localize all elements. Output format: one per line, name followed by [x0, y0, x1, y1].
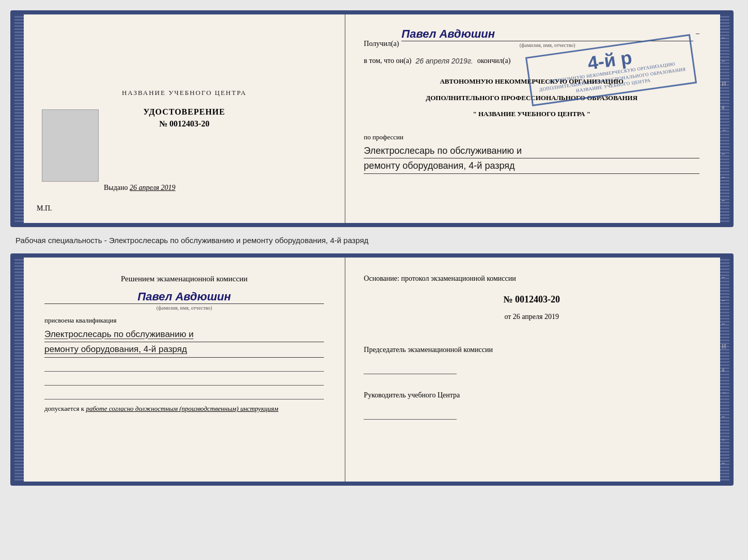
- protocol-date: от 26 апреля 2019: [364, 313, 699, 321]
- blank-line-1: [44, 360, 324, 372]
- spine-char-arrow: ←: [722, 126, 728, 134]
- dash-marks-top: – – И а ← – – –: [722, 34, 728, 204]
- left-spine-top: [14, 14, 24, 223]
- date-prefix: от: [504, 313, 511, 321]
- cert-number: № 0012403-20: [159, 119, 209, 129]
- profession-line2: ремонту оборудования, 4-й разряд: [364, 158, 699, 174]
- mp-label: М.П.: [37, 204, 52, 213]
- protocol-date-value: 26 апреля 2019: [513, 313, 559, 321]
- qual-line1: Электрослесарь по обслуживанию и: [44, 327, 324, 343]
- in-that-label: в том, что он(а): [364, 57, 411, 65]
- page-container: НАЗВАНИЕ УЧЕБНОГО ЦЕНТРА УДОСТОВЕРЕНИЕ №…: [10, 10, 738, 486]
- finished-label: окончил(а): [477, 57, 511, 65]
- allowed-italic: работе согласно должностным (производств…: [86, 405, 278, 412]
- spine-char-a-bottom: а: [722, 366, 728, 374]
- right-spine-top: – – И а ← – – –: [720, 14, 729, 223]
- right-spine-bottom: – – – И а ← – – –: [720, 258, 729, 482]
- top-doc-right: Получил(а) Павел Авдюшин (фамилия, имя, …: [346, 14, 720, 223]
- date-handwritten: 26 апреля 2019г.: [416, 57, 473, 65]
- middle-text: Рабочая специальность - Электрослесарь п…: [10, 233, 738, 247]
- bottom-doc-right: Основание: протокол экзаменационной коми…: [346, 258, 720, 482]
- spine-char-arrow-bottom: ←: [722, 389, 728, 397]
- cert-label: УДОСТОВЕРЕНИЕ: [143, 107, 225, 117]
- recipient-name: Павел Авдюшин: [401, 27, 693, 41]
- qual-assigned-label: присвоена квалификация: [44, 316, 116, 325]
- protocol-number: № 0012403-20: [364, 294, 699, 305]
- allowed-label: допускается к: [44, 405, 84, 412]
- spine-char-a: а: [722, 103, 728, 111]
- director-signature-line: [364, 408, 457, 420]
- top-doc-left: НАЗВАНИЕ УЧЕБНОГО ЦЕНТРА УДОСТОВЕРЕНИЕ №…: [24, 14, 346, 223]
- director-label: Руководитель учебного Центра: [364, 390, 699, 401]
- fio-label-bottom: (фамилия, имя, отчество): [44, 305, 324, 311]
- bottom-doc-left: Решением экзаменационной комиссии Павел …: [24, 258, 346, 482]
- issued-date: Выдано 26 апреля 2019: [104, 184, 176, 192]
- chairman-signature-line: [364, 363, 457, 374]
- qual-line2: ремонту оборудования, 4-й разряд: [44, 342, 324, 358]
- blank-line-2: [44, 374, 324, 386]
- org-line3: " НАЗВАНИЕ УЧЕБНОГО ЦЕНТРА ": [364, 109, 699, 119]
- basis-label: Основание: протокол экзаменационной коми…: [364, 273, 699, 284]
- left-spine-bottom: [14, 258, 24, 482]
- profession-section: по профессии Электрослесарь по обслужива…: [364, 133, 699, 174]
- decision-title: Решением экзаменационной комиссии: [44, 273, 324, 285]
- issued-date-value: 26 апреля 2019: [130, 184, 175, 191]
- chairman-label: Председатель экзаменационной комиссии: [364, 344, 699, 355]
- profession-line1: Электрослесарь по обслуживанию и: [364, 143, 699, 159]
- dash-marks-bottom: – – – И а ← – – –: [722, 273, 728, 467]
- profession-label: по профессии: [364, 133, 699, 141]
- spine-char-i-bottom: И: [722, 343, 728, 350]
- top-document: НАЗВАНИЕ УЧЕБНОГО ЦЕНТРА УДОСТОВЕРЕНИЕ №…: [10, 10, 734, 227]
- spine-char-i: И: [722, 80, 728, 88]
- person-name-bottom: Павел Авдюшин: [44, 290, 324, 304]
- training-center-title: НАЗВАНИЕ УЧЕБНОГО ЦЕНТРА: [122, 89, 246, 97]
- allowed-text: допускается к работе согласно должностны…: [44, 405, 278, 413]
- photo-placeholder: [42, 109, 99, 182]
- received-label: Получил(а): [364, 40, 399, 48]
- bottom-document: Решением экзаменационной комиссии Павел …: [10, 253, 734, 486]
- blank-line-3: [44, 388, 324, 399]
